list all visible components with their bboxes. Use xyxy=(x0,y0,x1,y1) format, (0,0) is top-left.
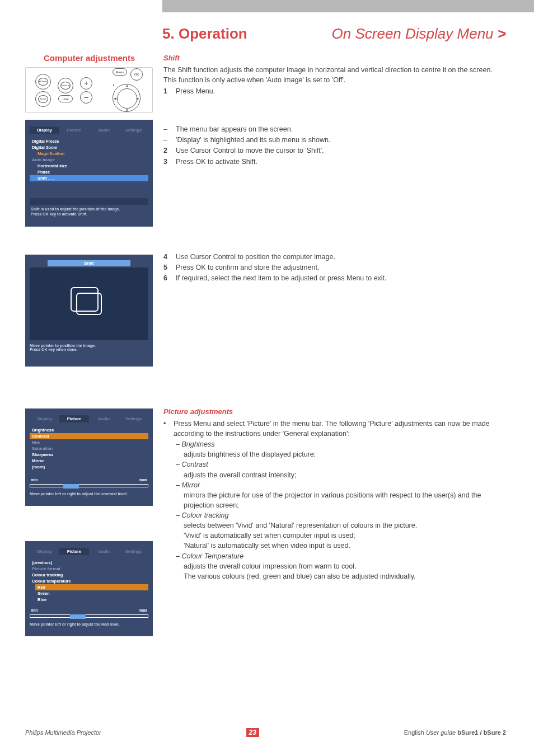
section-title-left: 5. Operation xyxy=(162,25,247,43)
osd-tab-picture: Picture xyxy=(59,126,89,134)
section-title-right: On Screen Display Menu > xyxy=(332,25,506,43)
osd-panel-display-shift: Display Picture Audio Settings Digital F… xyxy=(25,120,153,227)
page-footer: Philips Multimedia Projector 23 English … xyxy=(25,728,506,737)
osd-tab-settings: Settings xyxy=(119,126,148,134)
remote-btn-menu: Menu xyxy=(113,68,127,76)
osd-tab-audio: Audio xyxy=(89,126,119,134)
remote-btn-ok: OK xyxy=(130,68,143,81)
shift-preview-box xyxy=(30,267,148,340)
section-header: 5. Operation On Screen Display Menu > xyxy=(0,25,506,43)
red-slider xyxy=(30,614,148,618)
shift-help-text: Move pointer to position the image. Pres… xyxy=(25,341,153,354)
osd-help-text: Move pointer left or right to adjust the… xyxy=(25,490,153,498)
remote-btn-standby: Stand by xyxy=(60,82,71,90)
sidebar-title: Computer adjustments xyxy=(44,53,135,63)
footer-right: English User guide bSure1 / bSure 2 xyxy=(404,729,506,736)
shift-position-icon xyxy=(76,293,102,315)
remote-btn-plus: + xyxy=(84,79,88,87)
remote-dpad: ▲▼◀▶ xyxy=(113,84,140,112)
remote-btn-minus: – xyxy=(84,93,88,101)
main-content: Shift The Shift function adjusts the com… xyxy=(163,53,506,581)
osd-help-text: Move pointer left or right to adjust the… xyxy=(25,620,153,628)
osd-tab-display: Display xyxy=(30,126,59,134)
remote-btn-live: Live xyxy=(58,95,73,102)
shift-intro: The Shift function adjusts the computer … xyxy=(163,65,506,85)
osd-panel-shift-positioning: Shift Move pointer to position the image… xyxy=(25,255,153,367)
footer-product: Philips Multimedia Projector xyxy=(25,729,101,736)
contrast-slider xyxy=(30,484,148,487)
remote-control-illustration: AV Mute Source Stand by Live + – Menu OK… xyxy=(25,67,153,113)
shift-heading: Shift xyxy=(163,53,506,64)
osd-help-text: Shift is used to adjust the position of … xyxy=(30,198,148,217)
remote-btn-avmute: AV Mute xyxy=(38,78,48,86)
osd-menu-list: Digital Freeze Digital Zoom Magnificatio… xyxy=(25,138,153,181)
remote-btn-source: Source xyxy=(38,95,48,103)
header-gray-band xyxy=(162,0,534,12)
slider-max-label: max xyxy=(139,478,147,482)
osd-panel-picture-red: Display Picture Audio Settings (previous… xyxy=(25,541,153,636)
picture-heading: Picture adjustments xyxy=(163,407,506,417)
page-number: 23 xyxy=(246,728,259,737)
shift-title-bar: Shift xyxy=(48,260,130,266)
slider-min-label: min xyxy=(31,478,38,482)
osd-panel-picture-contrast: Display Picture Audio Settings Brightnes… xyxy=(25,408,153,506)
